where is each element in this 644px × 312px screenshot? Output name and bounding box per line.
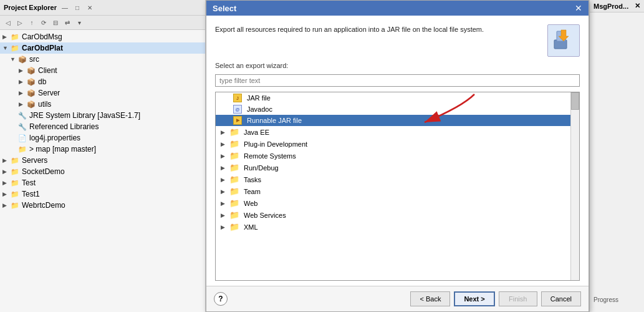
- wizard-item-label: Javadoc: [247, 105, 272, 113]
- group-toggle-icon: ▶: [221, 141, 227, 147]
- tree-item-Test1[interactable]: ▶ 📁 Test1: [0, 188, 205, 200]
- wizard-group-web[interactable]: ▶ 📁 Web: [216, 197, 570, 209]
- wizard-item-javadoc[interactable]: @ Javadoc: [216, 104, 570, 115]
- tree-item-Server[interactable]: ▶ 📦 Server: [0, 87, 205, 99]
- package-icon: 📦: [26, 77, 36, 87]
- help-button[interactable]: ?: [214, 292, 228, 306]
- toggle-icon: ▶: [19, 101, 26, 107]
- group-label: Web: [244, 200, 257, 207]
- tree-label: WebrtcDemo: [22, 201, 65, 210]
- tree-item-log4j[interactable]: 📄 log4j.properties: [0, 132, 205, 144]
- finish-button[interactable]: Finish: [499, 291, 537, 306]
- group-label: Remote Systems: [244, 152, 296, 160]
- project-tree: ▶ 📁 CarObdMsg ▼ 📁 CarObdPlat ▼ 📦 src ▶ 📦…: [0, 30, 205, 312]
- wizard-item-label: JAR file: [247, 94, 271, 102]
- group-toggle-icon: ▶: [221, 153, 227, 159]
- project-icon: 📁: [10, 200, 20, 210]
- toggle-icon: ▶: [19, 90, 26, 96]
- side-panel-content: Progress: [590, 12, 644, 312]
- side-panel-header: MsgProd... ✕: [590, 0, 644, 12]
- wizard-list-container: J JAR file @ Javadoc ▶ Runnable JAR file: [215, 92, 580, 281]
- menu-btn[interactable]: ▾: [74, 17, 85, 28]
- tree-item-Client[interactable]: ▶ 📦 Client: [0, 65, 205, 76]
- tree-item-utils[interactable]: ▶ 📦 utils: [0, 99, 205, 110]
- export-icon: [547, 24, 580, 57]
- wizard-item-runjar[interactable]: ▶ Runnable JAR file: [216, 115, 570, 126]
- wizard-item-label: Runnable JAR file: [247, 117, 302, 124]
- folder-group-icon: 📁: [229, 187, 239, 196]
- folder-group-icon: 📁: [229, 222, 239, 232]
- side-panel-close[interactable]: ✕: [635, 2, 640, 10]
- group-toggle-icon: ▶: [221, 188, 227, 195]
- wizard-group-team[interactable]: ▶ 📁 Team: [216, 185, 570, 197]
- tree-item-Servers[interactable]: ▶ 📁 Servers: [0, 155, 205, 166]
- tree-item-map[interactable]: 📁 > map [map master]: [0, 144, 205, 155]
- wizard-group-tasks[interactable]: ▶ 📁 Tasks: [216, 173, 570, 185]
- dialog-close-btn[interactable]: ✕: [575, 3, 582, 13]
- wizard-group-webservices[interactable]: ▶ 📁 Web Services: [216, 209, 570, 221]
- footer-left: ?: [214, 292, 406, 306]
- group-toggle-icon: ▶: [221, 177, 227, 183]
- tree-item-src[interactable]: ▼ 📦 src: [0, 54, 205, 65]
- group-toggle-icon: ▶: [221, 212, 227, 218]
- tree-item-db[interactable]: ▶ 📦 db: [0, 76, 205, 87]
- package-icon: 📦: [26, 99, 36, 109]
- back-nav-btn[interactable]: ◁: [2, 17, 14, 28]
- minimize-btn[interactable]: —: [59, 2, 70, 13]
- toggle-icon: ▶: [19, 79, 26, 85]
- next-button[interactable]: Next >: [454, 291, 494, 306]
- right-area: MsgProd... ✕ Progress Select ✕ Export al…: [206, 0, 644, 312]
- project-icon: 📁: [10, 43, 20, 53]
- tree-label: Test: [22, 178, 36, 187]
- tree-label: Referenced Libraries: [29, 122, 99, 131]
- side-panel-title: MsgProd...: [594, 2, 628, 10]
- filter-input[interactable]: [215, 74, 580, 87]
- group-toggle-icon: ▶: [221, 200, 227, 207]
- collapse-btn[interactable]: ⊟: [50, 17, 61, 28]
- lib-icon: 🔧: [17, 122, 27, 132]
- progress-label: Progress: [590, 294, 644, 306]
- tree-label: db: [38, 77, 46, 86]
- tree-item-SocketDemo[interactable]: ▶ 📁 SocketDemo: [0, 166, 205, 177]
- link-btn[interactable]: ⇄: [62, 17, 73, 28]
- tree-item-Test[interactable]: ▶ 📁 Test: [0, 177, 205, 188]
- project-icon: 📁: [10, 155, 20, 165]
- group-label: Java EE: [244, 129, 269, 136]
- wizard-item-jar[interactable]: J JAR file: [216, 92, 570, 104]
- folder-group-icon: 📁: [229, 210, 239, 220]
- folder-group-icon: 📁: [229, 127, 239, 137]
- wizard-group-xml[interactable]: ▶ 📁 XML: [216, 221, 570, 233]
- tree-label: src: [29, 55, 39, 64]
- cancel-button[interactable]: Cancel: [541, 291, 581, 306]
- up-btn[interactable]: ↑: [26, 17, 37, 28]
- scrollbar-thumb[interactable]: [571, 92, 579, 110]
- folder-group-icon: 📁: [229, 175, 239, 184]
- list-scrollbar[interactable]: [570, 92, 579, 280]
- refresh-btn[interactable]: ⟳: [38, 17, 49, 28]
- group-label: Team: [244, 188, 261, 195]
- group-toggle-icon: ▶: [221, 165, 227, 171]
- group-label: XML: [244, 223, 258, 231]
- wizard-label: Select an export wizard:: [215, 62, 580, 69]
- toggle-icon: ▶: [2, 34, 10, 40]
- tree-item-WebrtcDemo[interactable]: ▶ 📁 WebrtcDemo: [0, 200, 205, 211]
- project-icon: 📁: [10, 178, 20, 188]
- tree-item-CarObdPlat[interactable]: ▼ 📁 CarObdPlat: [0, 42, 205, 54]
- dialog-description: Export all resources required to run an …: [215, 24, 541, 35]
- forward-nav-btn[interactable]: ▷: [14, 17, 26, 28]
- wizard-group-remote[interactable]: ▶ 📁 Remote Systems: [216, 150, 570, 162]
- select-dialog: Select ✕ Export all resources required t…: [206, 0, 589, 312]
- project-explorer-header: Project Explorer — □ ✕: [0, 0, 205, 16]
- back-button[interactable]: < Back: [410, 291, 450, 306]
- maximize-btn[interactable]: □: [72, 2, 83, 13]
- wizard-group-plugin[interactable]: ▶ 📁 Plug-in Development: [216, 138, 570, 150]
- tree-item-CarObdMsg[interactable]: ▶ 📁 CarObdMsg: [0, 31, 205, 42]
- src-icon: 📦: [17, 54, 27, 64]
- tree-item-reflibs[interactable]: 🔧 Referenced Libraries: [0, 121, 205, 132]
- wizard-group-javaee[interactable]: ▶ 📁 Java EE: [216, 126, 570, 138]
- toggle-icon: ▶: [2, 191, 10, 197]
- group-label: Plug-in Development: [244, 140, 307, 148]
- wizard-group-rundebug[interactable]: ▶ 📁 Run/Debug: [216, 162, 570, 173]
- close-panel-btn[interactable]: ✕: [84, 2, 95, 13]
- tree-item-jre[interactable]: 🔧 JRE System Library [JavaSE-1.7]: [0, 110, 205, 121]
